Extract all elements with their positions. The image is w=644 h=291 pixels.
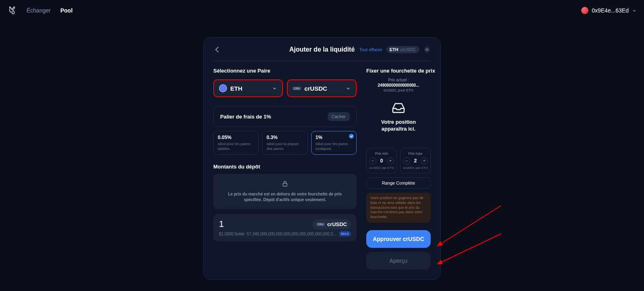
chevron-down-icon (345, 85, 351, 91)
full-range-button[interactable]: Range Complète (366, 177, 431, 189)
pair-chip: ETH crUSDC (386, 46, 419, 53)
clear-all-button[interactable]: Tout effacer (359, 47, 382, 52)
crusdc-icon: CRU (316, 222, 325, 226)
svg-rect-1 (283, 183, 287, 186)
approve-button[interactable]: Approuver crUSDC (366, 230, 431, 248)
tier-desc: Idéal pour les paires exotiques. (316, 142, 352, 151)
amount-box: 1 CRU crUSDC $1.0000 Solde :57,340,000,0… (213, 214, 357, 241)
token-a-select[interactable]: ETH (213, 79, 283, 97)
tier-pct: 1% (316, 135, 352, 140)
lock-icon (281, 180, 289, 187)
wallet-button[interactable]: 0x9E4e...63Ed (581, 7, 637, 14)
token-b-select[interactable]: CRU crUSDC (287, 79, 357, 97)
max-button[interactable]: MAX (339, 231, 351, 237)
chevron-down-icon (272, 85, 277, 91)
current-price-label: Prix actuel : (366, 78, 431, 82)
nav-pool[interactable]: Pool (60, 7, 72, 14)
wallet-address: 0x9E4e...63Ed (592, 7, 629, 14)
min-price-label: Prix min (369, 152, 394, 156)
pair-chip-a: ETH (390, 47, 398, 52)
app-logo (7, 6, 17, 15)
fee-tier-title: Palier de frais de 1% (220, 114, 271, 120)
svg-line-3 (438, 234, 501, 264)
settings-icon[interactable] (423, 46, 431, 53)
nav-swap[interactable]: Échanger (27, 7, 51, 14)
fiat-value: $1.0000 (219, 232, 233, 236)
eth-icon (219, 84, 227, 92)
chevron-down-icon (632, 8, 637, 13)
fee-tier-1[interactable]: 1% Idéal pour les paires exotiques. (311, 131, 357, 155)
deposit-warning: Le prix du marché est en dehors de votre… (213, 174, 357, 209)
app-header: Échanger Pool 0x9E4e...63Ed (0, 0, 644, 21)
current-price-unit: crUSDC pour ETH (366, 88, 431, 92)
max-price-label: Prix max (403, 152, 428, 156)
crusdc-icon: CRU (293, 87, 301, 90)
token-b-name: crUSDC (304, 85, 327, 92)
current-price: Prix actuel : 24900000000000000... crUSD… (366, 78, 431, 92)
min-minus-button[interactable]: − (369, 157, 376, 164)
current-price-value: 24900000000000000... (366, 83, 431, 87)
card-title: Ajouter de la liquidité (289, 46, 355, 53)
pair-chip-b: crUSDC (400, 47, 416, 52)
back-button[interactable] (213, 46, 221, 54)
annotation-arrow-1 (433, 202, 505, 250)
min-price-box: Prix min − 0 + crUSDC par ETH (366, 148, 397, 174)
amount-input[interactable]: 1 (219, 219, 224, 229)
max-price-unit: crUSDC par ETH (403, 166, 428, 170)
tier-pct: 0.3% (266, 135, 303, 140)
tier-pct: 0.05% (218, 135, 254, 140)
svg-line-2 (438, 206, 501, 246)
balance-label: Solde : (234, 232, 247, 236)
range-title: Fixer une fourchette de prix (366, 68, 431, 74)
deposit-warning-text: Le prix du marché est en dehors de votre… (220, 191, 350, 203)
deposit-label: Montants du dépôt (213, 164, 357, 170)
select-pair-label: Sélectionnez une Paire (213, 68, 357, 74)
annotation-arrow-2 (433, 230, 505, 270)
fee-tier-005[interactable]: 0.05% Idéal pour les paires stables. (213, 131, 259, 155)
hide-fee-button[interactable]: Cacher (328, 112, 350, 121)
fee-tier-box: Palier de frais de 1% Cacher (213, 106, 357, 127)
min-price-input[interactable]: 0 (379, 158, 384, 164)
tier-desc: Idéal pour les paires stables. (218, 142, 254, 151)
max-plus-button[interactable]: + (421, 157, 428, 164)
wallet-avatar-icon (581, 7, 588, 14)
range-warning: Votre position ne gagnera pas de frais n… (366, 193, 431, 222)
max-price-box: Prix max − 2 + crUSDC par ETH (400, 148, 431, 174)
tier-desc: Idéal pour la plupart des paires. (266, 142, 303, 151)
preview-button[interactable]: Aperçu (366, 252, 431, 270)
amount-token-chip[interactable]: CRU crUSDC (312, 219, 351, 229)
empty-position-text: Votre position apparaîtra ici. (366, 119, 431, 133)
main-nav: Échanger Pool (27, 7, 72, 14)
fee-tier-03[interactable]: 0.3% Idéal pour la plupart des paires. (262, 131, 308, 155)
balance-value: 57,340,000,000,000,000,000,000,000,000,0… (247, 232, 338, 236)
max-minus-button[interactable]: − (403, 157, 410, 164)
token-a-name: ETH (230, 85, 242, 92)
liquidity-card: Ajouter de la liquidité Tout effacer ETH… (203, 37, 441, 280)
min-plus-button[interactable]: + (387, 157, 394, 164)
min-price-unit: crUSDC par ETH (369, 166, 394, 170)
max-price-input[interactable]: 2 (413, 158, 418, 164)
inbox-icon (366, 101, 431, 115)
amount-token-name: crUSDC (327, 221, 347, 227)
svg-point-0 (426, 49, 428, 51)
check-icon (349, 134, 354, 139)
